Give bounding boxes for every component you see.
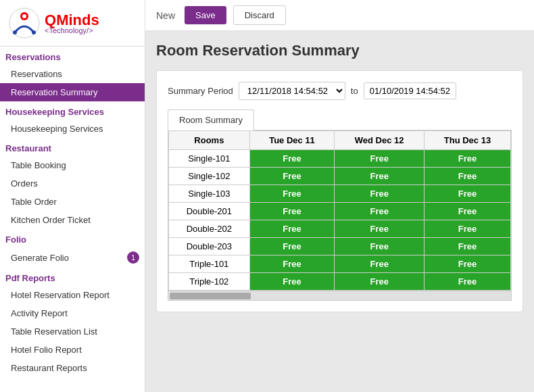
generate-folio-label: Generate Folio: [11, 253, 69, 263]
room-name-cell: Triple-102: [169, 273, 250, 291]
room-status-cell: Free: [335, 150, 424, 168]
sidebar-item-table-reservation-list[interactable]: Table Reservation List: [0, 322, 145, 341]
logo-icon: [8, 7, 41, 39]
period-start-select[interactable]: 12/11/2018 14:54:52: [239, 82, 345, 100]
room-status-cell: Free: [424, 150, 510, 168]
sidebar-item-hotel-reservation-report[interactable]: Hotel Reservation Report: [0, 286, 145, 304]
section-header-folio: Folio: [0, 229, 145, 247]
discard-button[interactable]: Discard: [233, 5, 286, 25]
room-status-cell: Free: [249, 203, 335, 220]
room-status-cell: Free: [335, 220, 424, 238]
room-status-cell: Free: [249, 220, 335, 238]
room-status-cell: Free: [335, 185, 424, 203]
room-name-cell: Single-101: [169, 150, 250, 168]
room-name-cell: Single-102: [169, 168, 250, 185]
section-header-pdf-reports: Pdf Reports: [0, 268, 145, 286]
sidebar-item-reservation-summary[interactable]: Reservation Summary: [0, 83, 145, 101]
room-name-cell: Triple-101: [169, 255, 250, 273]
room-table-wrapper: Rooms Tue Dec 11 Wed Dec 12 Thu Dec 13 S…: [168, 130, 512, 291]
table-row: Double-203FreeFreeFree: [169, 238, 511, 255]
room-status-cell: Free: [424, 168, 510, 185]
col-header-wed: Wed Dec 12: [335, 131, 424, 150]
room-status-cell: Free: [335, 238, 424, 255]
top-bar: New Save Discard: [145, 0, 534, 31]
room-status-cell: Free: [424, 203, 510, 220]
sidebar-item-generate-folio[interactable]: Generate Folio 1: [0, 247, 145, 268]
room-name-cell: Double-201: [169, 203, 250, 220]
summary-period-label: Summary Period: [168, 86, 233, 96]
room-status-cell: Free: [424, 238, 510, 255]
room-name-cell: Double-203: [169, 238, 250, 255]
room-status-cell: Free: [335, 168, 424, 185]
sidebar: QMinds <Technology/> Reservations Reserv…: [0, 0, 145, 392]
room-status-cell: Free: [424, 255, 510, 273]
svg-point-2: [22, 14, 26, 18]
room-status-cell: Free: [249, 273, 335, 291]
table-row: Double-202FreeFreeFree: [169, 220, 511, 238]
col-header-thu: Thu Dec 13: [424, 131, 510, 150]
main-panel: New Save Discard Room Reservation Summar…: [145, 0, 534, 392]
room-status-cell: Free: [249, 238, 335, 255]
room-status-cell: Free: [249, 150, 335, 168]
room-status-cell: Free: [424, 273, 510, 291]
folio-badge: 1: [127, 251, 139, 264]
table-row: Double-201FreeFreeFree: [169, 203, 511, 220]
room-status-cell: Free: [249, 255, 335, 273]
sidebar-item-orders[interactable]: Orders: [0, 174, 145, 193]
table-row: Single-102FreeFreeFree: [169, 168, 511, 185]
period-to: to: [351, 86, 358, 96]
section-header-housekeeping: Housekeeping Services: [0, 101, 145, 120]
tab-header: Room Summary: [168, 109, 512, 130]
room-name-cell: Double-202: [169, 220, 250, 238]
section-header-restaurant: Restaurant: [0, 138, 145, 156]
content-area: Room Reservation Summary Summary Period …: [145, 31, 534, 392]
section-header-reservations: Reservations: [0, 47, 145, 65]
period-end: 01/10/2019 14:54:52: [364, 82, 456, 99]
page-title: Room Reservation Summary: [156, 42, 523, 59]
svg-point-3: [13, 30, 17, 34]
room-status-cell: Free: [249, 168, 335, 185]
sidebar-item-kitchen-order[interactable]: Kitchen Order Ticket: [0, 211, 145, 229]
sidebar-item-activity-report[interactable]: Activity Report: [0, 304, 145, 322]
save-button[interactable]: Save: [185, 6, 226, 24]
room-status-cell: Free: [335, 203, 424, 220]
col-header-tue: Tue Dec 11: [249, 131, 335, 150]
col-header-rooms: Rooms: [169, 131, 250, 150]
tab-room-summary[interactable]: Room Summary: [168, 109, 254, 130]
room-name-cell: Single-103: [169, 185, 250, 203]
table-row: Single-103FreeFreeFree: [169, 185, 511, 203]
sidebar-item-restaurant-reports[interactable]: Restaurant Reports: [0, 359, 145, 377]
sidebar-item-table-booking[interactable]: Table Booking: [0, 156, 145, 174]
table-row: Single-101FreeFreeFree: [169, 150, 511, 168]
sidebar-item-reservations[interactable]: Reservations: [0, 65, 145, 83]
table-row: Triple-102FreeFreeFree: [169, 273, 511, 291]
summary-period-row: Summary Period 12/11/2018 14:54:52 to 01…: [168, 82, 512, 100]
summary-card: Summary Period 12/11/2018 14:54:52 to 01…: [156, 70, 523, 312]
topbar-label: New: [156, 10, 175, 21]
table-header-row: Rooms Tue Dec 11 Wed Dec 12 Thu Dec 13: [169, 131, 511, 150]
svg-point-4: [32, 30, 36, 34]
logo-sub: <Technology/>: [45, 26, 99, 34]
room-table: Rooms Tue Dec 11 Wed Dec 12 Thu Dec 13 S…: [168, 130, 511, 291]
room-status-cell: Free: [249, 185, 335, 203]
logo-area: QMinds <Technology/>: [0, 0, 145, 47]
sidebar-item-hotel-folio-report[interactable]: Hotel Folio Report: [0, 341, 145, 359]
sidebar-item-housekeeping-services[interactable]: Housekeeping Services: [0, 120, 145, 138]
room-status-cell: Free: [335, 273, 424, 291]
table-row: Triple-101FreeFreeFree: [169, 255, 511, 273]
sidebar-item-table-order[interactable]: Table Order: [0, 193, 145, 211]
room-status-cell: Free: [335, 255, 424, 273]
room-status-cell: Free: [424, 185, 510, 203]
scrollbar-thumb: [170, 293, 251, 299]
horizontal-scrollbar[interactable]: [168, 291, 512, 301]
room-status-cell: Free: [424, 220, 510, 238]
